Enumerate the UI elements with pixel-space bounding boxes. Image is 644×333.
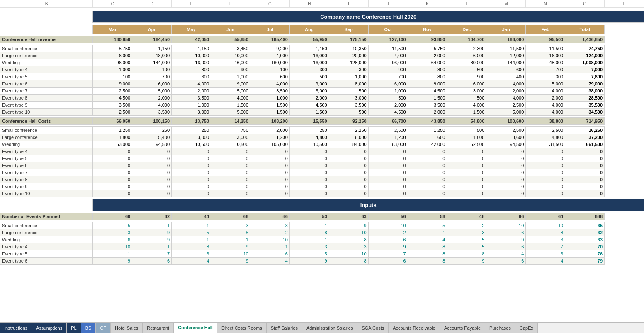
tab-purchases[interactable]: Purchases <box>485 323 515 333</box>
tab-capex[interactable]: CapEx <box>515 323 538 333</box>
costs-row-small-conf: Small conference 1,2502502507502,0002502… <box>0 127 644 134</box>
col-e-header: E <box>172 0 211 8</box>
col-m-header: M <box>486 0 526 8</box>
month-header-row: Mar Apr May Jun Jul Aug Sep Oct Nov Dec … <box>0 25 644 34</box>
tab-accounts-receivable[interactable]: Accounts Receivable <box>389 323 440 333</box>
col-g-header: G <box>250 0 289 8</box>
col-h-header: H <box>289 0 329 8</box>
revenue-row-e9: Event type 9 3,5004,0001,0001,5001,5004,… <box>0 102 644 109</box>
events-label: Number of Events Planned <box>0 213 93 220</box>
costs-row-wedding: Wedding 63,00094,50010,50010,500105,0001… <box>0 141 644 148</box>
month-jan: Jan <box>486 25 526 34</box>
col-c-header: C <box>93 0 132 8</box>
events-row-wedding: Wedding 691110186459363 <box>0 236 644 243</box>
costs-row-e8: Event type 8 0000000000000 <box>0 176 644 183</box>
revenue-row-large-conf: Large conference 6,00018,00010,00010,000… <box>0 52 644 59</box>
events-row-e5: Event type 5 1761065107884376 <box>0 250 644 258</box>
month-dec: Dec <box>447 25 486 34</box>
col-f-header: F <box>211 0 250 8</box>
month-nov: Nov <box>408 25 447 34</box>
tab-administration-salaries[interactable]: Administration Salaries <box>302 323 358 333</box>
tabs-bar: Instructions Assumptions PL BS CF Hotel … <box>0 322 644 333</box>
col-k-header: K <box>408 0 447 8</box>
costs-section-header: Conference Hall Costs 66,050 100,150 13,… <box>0 118 644 125</box>
tab-direct-costs-rooms[interactable]: Direct Costs Rooms <box>217 323 267 333</box>
revenue-total-oct: 127,100 <box>368 36 408 43</box>
col-n-header: N <box>526 0 565 8</box>
revenue-total-apr: 184,450 <box>132 36 172 43</box>
col-l-header: L <box>447 0 486 8</box>
revenue-row-e10: Event type 10 2,5003,5003,0005,0001,5001… <box>0 109 644 116</box>
month-may: May <box>172 25 211 34</box>
tab-sga-costs[interactable]: SGA Costs <box>357 323 389 333</box>
revenue-total-sep: 175,150 <box>329 36 368 43</box>
main-table: B C D E F G H I J K L M N O P Company na… <box>0 0 644 265</box>
month-aug: Aug <box>289 25 329 34</box>
title-row: Company name Conference Hall 2020 <box>0 11 644 23</box>
col-o-header: O <box>565 0 605 8</box>
costs-label: Conference Hall Costs <box>0 118 93 125</box>
month-sep: Sep <box>329 25 368 34</box>
month-oct: Oct <box>368 25 408 34</box>
events-section-header: Number of Events Planned 60 62 44 68 46 … <box>0 213 644 220</box>
spreadsheet-container: B C D E F G H I J K L M N O P Company na… <box>0 0 644 333</box>
revenue-total-jun: 55,850 <box>211 36 250 43</box>
revenue-row-wedding: Wedding 96,000144,00016,00016,000160,000… <box>0 59 644 66</box>
events-row-e6: Event type 6 96494986896479 <box>0 258 644 265</box>
month-mar: Mar <box>93 25 132 34</box>
revenue-row-e8: Event type 8 4,5002,0003,5004,0001,0002,… <box>0 95 644 102</box>
col-j-header: J <box>368 0 408 8</box>
revenue-total-jan: 186,000 <box>486 36 526 43</box>
spacer-row-1 <box>0 8 644 11</box>
revenue-total-nov: 93,850 <box>408 36 447 43</box>
col-b-header: B <box>0 0 93 8</box>
inputs-title-row: Inputs <box>0 199 644 211</box>
revenue-row-small-conf: Small conference 5,7501,1501,1503,4509,2… <box>0 45 644 52</box>
tab-hotel-sales[interactable]: Hotel Sales <box>111 323 143 333</box>
tab-assumptions[interactable]: Assumptions <box>32 323 67 333</box>
revenue-total-jul: 185,400 <box>250 36 289 43</box>
col-i-header: I <box>329 0 368 8</box>
revenue-row-e6: Event type 6 9,0006,0004,0009,0004,0009,… <box>0 80 644 88</box>
costs-row-e6: Event type 6 0000000000000 <box>0 162 644 169</box>
inputs-title: Inputs <box>93 199 644 211</box>
revenue-total-feb: 95,500 <box>526 36 565 43</box>
tab-cf[interactable]: CF <box>96 323 111 333</box>
spreadsheet-title: Company name Conference Hall 2020 <box>93 11 644 23</box>
month-feb: Feb <box>526 25 565 34</box>
revenue-total-aug: 55,950 <box>289 36 329 43</box>
costs-row-e9: Event type 9 0000000000000 <box>0 183 644 190</box>
month-total: Total <box>565 25 605 34</box>
revenue-total-may: 42,050 <box>172 36 211 43</box>
month-apr: Apr <box>132 25 172 34</box>
col-p-header: P <box>605 0 644 8</box>
col-d-header: D <box>132 0 172 8</box>
month-jun: Jun <box>211 25 250 34</box>
tab-conference-hall[interactable]: Conference Hall <box>174 323 217 333</box>
costs-row-large-conf: Large conference 1,8005,4003,0003,0001,2… <box>0 134 644 141</box>
costs-row-e7: Event type 7 0000000000000 <box>0 169 644 176</box>
tab-instructions[interactable]: Instructions <box>0 323 32 333</box>
revenue-row-e4: Event type 4 1,0001008009001003003009008… <box>0 66 644 73</box>
revenue-row-e7: Event type 7 2,5005,0002,0005,0003,5005,… <box>0 88 644 95</box>
costs-row-e5: Event type 5 0000000000000 <box>0 155 644 162</box>
revenue-total-dec: 104,700 <box>447 36 486 43</box>
month-jul: Jul <box>250 25 289 34</box>
tab-bs[interactable]: BS <box>81 323 96 333</box>
revenue-section-header: Conference Hall revenue 130,850 184,450 … <box>0 36 644 43</box>
revenue-label: Conference Hall revenue <box>0 36 93 43</box>
events-row-large-conf: Large conference 395528102136862 <box>0 229 644 236</box>
costs-row-e4: Event type 4 0000000000000 <box>0 148 644 155</box>
events-row-e4: Event type 4 101891339856770 <box>0 243 644 250</box>
tab-staff-salaries[interactable]: Staff Salaries <box>267 323 302 333</box>
tab-pl[interactable]: PL <box>67 323 81 333</box>
costs-row-e10: Event type 10 0000000000000 <box>0 190 644 197</box>
revenue-total-mar: 130,850 <box>93 36 132 43</box>
tab-restaurant[interactable]: Restaurant <box>143 323 174 333</box>
small-conf-label: Small conference <box>0 45 93 52</box>
revenue-total-total: 1,436,850 <box>565 36 605 43</box>
tab-accounts-payable[interactable]: Accounts Payable <box>440 323 485 333</box>
col-headers-row: B C D E F G H I J K L M N O P <box>0 0 644 8</box>
events-row-small-conf: Small conference 51138191052101065 <box>0 222 644 229</box>
revenue-row-e5: Event type 5 1007006001,0006005001,00070… <box>0 73 644 80</box>
